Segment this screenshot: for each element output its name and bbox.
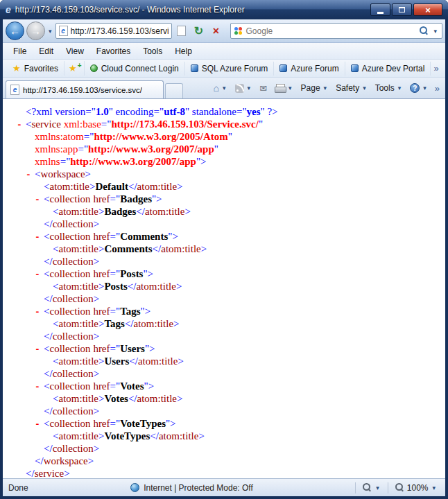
minimize-button[interactable] (370, 3, 390, 16)
back-button[interactable]: ← (6, 21, 24, 40)
xml-line: <?xml version="1.0" encoding="utf-8" sta… (3, 106, 445, 119)
xml-line: </collection> (3, 443, 445, 455)
collapse-toggle[interactable]: - (35, 231, 44, 243)
recent-pages-chevron-icon[interactable]: ▾ (47, 28, 53, 35)
tab-active[interactable]: e http://173.46.159.103/service.svc/ (6, 80, 164, 98)
cloud-connect-icon (90, 64, 98, 72)
collapse-toggle[interactable]: - (17, 119, 26, 131)
favorites-link-azure-dev-portal[interactable]: Azure Dev Portal (345, 62, 431, 76)
maximize-icon (399, 7, 405, 12)
tab-title: http://173.46.159.103/service.svc/ (23, 86, 142, 94)
page-menu-button[interactable]: Page ▾ (298, 80, 332, 96)
xml-line: <atom:title>Badges</atom:title> (3, 206, 445, 218)
favorites-link-label: Azure Forum (291, 64, 338, 73)
home-button[interactable]: ⌂ ▾ (210, 80, 231, 96)
status-text: Done (8, 483, 28, 493)
search-icon[interactable] (420, 26, 429, 35)
window-controls: × (370, 3, 442, 16)
star-icon: ★ (12, 63, 21, 73)
collapse-toggle[interactable]: - (35, 344, 44, 356)
new-tab-button[interactable] (165, 83, 183, 98)
xml-line: -<collection href="VoteTypes"> (3, 418, 445, 430)
xml-line: <atom:title>Users</atom:title> (3, 356, 445, 368)
add-to-favorites-bar-button[interactable]: ★ + (64, 61, 85, 76)
home-icon: ⌂ (214, 82, 219, 94)
tab-favicon: e (10, 85, 19, 95)
expander-spacer (44, 207, 53, 218)
address-bar[interactable]: e http://173.46.159.103/service.svc/ (55, 23, 172, 39)
xml-line: </collection> (3, 331, 445, 343)
expander-spacer (26, 157, 35, 168)
status-bar: Done Internet | Protected Mode: Off ▾ 10… (3, 478, 445, 496)
tools-menu-button[interactable]: Tools ▾ (372, 80, 406, 96)
menu-item-view[interactable]: View (60, 44, 90, 58)
chevron-down-icon: ▾ (221, 85, 227, 91)
maximize-button[interactable] (392, 3, 412, 16)
menu-item-edit[interactable]: Edit (33, 44, 60, 58)
zoom-level: 100% (407, 483, 429, 493)
menu-item-tools[interactable]: Tools (137, 44, 169, 58)
xml-line: </collection> (3, 405, 445, 418)
favorites-link-sql-azure-forum[interactable]: SQL Azure Forum (185, 62, 275, 76)
refresh-icon: ↻ (194, 24, 203, 37)
chevron-down-icon: ▾ (246, 85, 252, 91)
stop-button[interactable]: × (209, 24, 224, 39)
xml-line: xmlns:atom="http://www.w3.org/2005/Atom" (3, 131, 445, 143)
collapse-toggle[interactable]: - (35, 306, 44, 318)
expander-spacer (44, 244, 53, 256)
collapse-toggle[interactable]: - (26, 169, 35, 181)
collapse-toggle[interactable]: - (35, 194, 44, 206)
expander-spacer (17, 469, 26, 478)
address-text: http://173.46.159.103/service.svc/ (71, 26, 169, 36)
search-box[interactable]: Google ▾ (230, 23, 442, 39)
xml-line: <atom:title>VoteTypes</atom:title> (3, 430, 445, 443)
menu-item-file[interactable]: File (7, 44, 33, 58)
compatibility-view-button[interactable] (174, 24, 189, 39)
safety-menu-button[interactable]: Safety ▾ (332, 80, 371, 96)
collapse-toggle[interactable]: - (35, 269, 44, 281)
expander-spacer (26, 132, 35, 143)
command-overflow-chevron-icon[interactable]: » (432, 83, 442, 94)
print-button[interactable]: ▾ (271, 81, 297, 95)
help-button[interactable]: ? ▾ (406, 80, 431, 96)
expander-spacer (35, 219, 44, 231)
favorites-link-cloud-connect-login[interactable]: Cloud Connect Login (85, 62, 185, 76)
xml-line: -<collection href="Tags"> (3, 306, 445, 318)
expander-spacer (26, 144, 35, 156)
menu-item-favorites[interactable]: Favorites (90, 44, 137, 58)
xml-line: </service> (3, 468, 445, 478)
google-icon (234, 27, 243, 35)
favorites-link-azure-forum[interactable]: Azure Forum (274, 62, 345, 76)
window-title: http://173.46.159.103/service.svc/ - Win… (15, 5, 366, 15)
xml-line: </collection> (3, 293, 445, 306)
favorites-overflow-chevron-icon[interactable]: » (431, 63, 441, 73)
forward-button[interactable]: → (26, 21, 45, 40)
change-zoom-button[interactable]: ▾ (360, 482, 384, 493)
menu-item-help[interactable]: Help (169, 44, 198, 58)
favorites-button[interactable]: ★ Favorites (7, 61, 64, 76)
favorites-link-label: Azure Dev Portal (362, 64, 425, 73)
search-options-chevron-icon[interactable]: ▾ (432, 28, 438, 35)
expander-spacer (35, 182, 44, 193)
feeds-button[interactable]: ▾ (232, 81, 256, 96)
tools-menu-label: Tools (375, 83, 395, 93)
xml-line: -<collection href="Votes"> (3, 380, 445, 393)
mail-icon: ✉ (259, 83, 267, 94)
xml-line: xmlns:app="http://www.w3.org/2007/app" (3, 143, 445, 156)
xml-line: -<collection href="Comments"> (3, 231, 445, 243)
collapse-toggle[interactable]: - (35, 381, 44, 393)
star-plus-icon: ★ (69, 63, 77, 73)
close-button[interactable]: × (413, 3, 442, 16)
stop-icon: × (213, 25, 219, 37)
expander-spacer (44, 319, 53, 331)
read-mail-button[interactable]: ✉ (256, 80, 270, 96)
zoom-level-button[interactable]: 100% ▾ (393, 482, 440, 494)
page-menu-label: Page (301, 83, 320, 93)
favorites-button-label: Favorites (24, 64, 58, 73)
compatibility-view-icon (177, 26, 186, 36)
xml-line: <atom:title>Comments</atom:title> (3, 243, 445, 256)
refresh-button[interactable]: ↻ (191, 24, 207, 39)
xml-line: -<collection href="Posts"> (3, 268, 445, 281)
collapse-toggle[interactable]: - (35, 419, 44, 430)
command-bar: ⌂ ▾ ▾ ✉ ▾ Page ▾ Safety ▾ (210, 78, 442, 98)
